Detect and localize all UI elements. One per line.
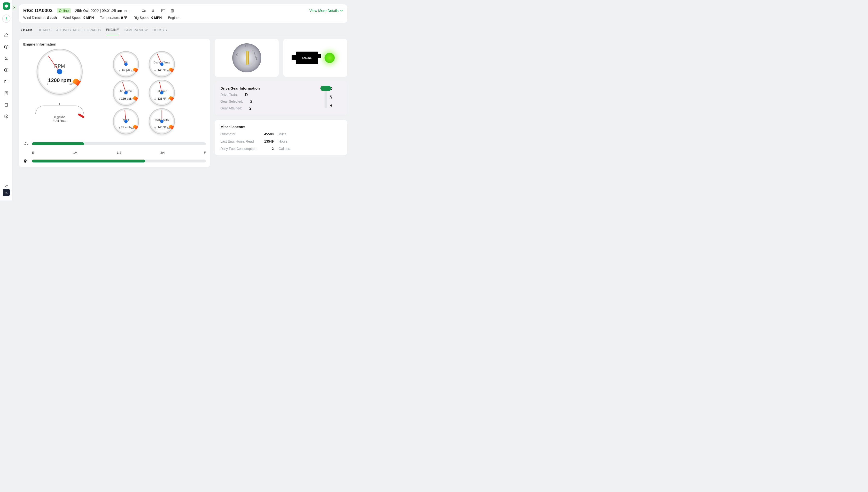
fuel-pump-icon: [23, 158, 29, 164]
engine-info-title: Engine Information: [23, 42, 206, 46]
cube-icon[interactable]: [4, 114, 8, 119]
svg-point-7: [5, 70, 7, 71]
home-icon[interactable]: [4, 33, 8, 37]
back-button[interactable]: ‹ BACK: [21, 28, 33, 35]
gauge-fuel-rate: 5 0 gal/hr Fuel Rate: [35, 102, 84, 123]
sidebar-expand-button[interactable]: [12, 5, 16, 10]
gauge-rpm: RPM 1200 rpm 0 3000: [37, 49, 82, 95]
gear-card: Drive/Gear Information Drive Train:D Gea…: [215, 81, 347, 116]
gear-shifter[interactable]: D N R: [324, 86, 341, 108]
engine-status-light: [324, 53, 335, 63]
engine-status-card: ENGINE: [283, 39, 347, 77]
timestamp: 25th Oct, 2022 | 09:01:25 am: [75, 8, 122, 13]
avatar[interactable]: [2, 15, 10, 23]
svg-point-4: [6, 47, 6, 48]
gauge-trans-temp: Trans. Temp 145 °F 0 350: [149, 108, 175, 134]
gauge-coolant-temp: Coolant Temp 145 °F 0 250: [149, 51, 175, 77]
tab-activity[interactable]: ACTIVITY TABLE + GRAPHS: [56, 28, 101, 35]
svg-rect-15: [142, 10, 145, 11]
svg-rect-17: [162, 9, 165, 12]
person-icon[interactable]: [151, 9, 156, 13]
camera-icon[interactable]: [142, 9, 146, 13]
header-card: RIG: DA0003 Online 25th Oct, 2022 | 09:0…: [19, 4, 347, 23]
gauge-air-system: Air System 120 psi 0 150: [113, 80, 139, 106]
view-more-link[interactable]: View More Details: [309, 8, 343, 13]
gauge-oil-temp: Oil Temp 136 °F 0 100: [149, 80, 175, 106]
sidebar-footer: by m.: [3, 184, 10, 196]
svg-marker-0: [5, 4, 8, 7]
ignition-card: OFF ON IGNITION: [215, 39, 279, 77]
clipboard-icon[interactable]: [4, 103, 8, 107]
gear-card-title: Drive/Gear Information: [220, 86, 260, 90]
list-icon[interactable]: [4, 91, 8, 95]
misc-row: Odometer45500Miles: [220, 132, 341, 136]
main: RIG: DA0003 Online 25th Oct, 2022 | 09:0…: [13, 0, 354, 200]
svg-point-1: [5, 18, 7, 19]
tab-camera[interactable]: CAMERA VIEW: [124, 28, 148, 35]
misc-row: Daily Fuel Consumption2Gallons: [220, 147, 341, 151]
water-icon: [23, 141, 29, 147]
id-card-icon[interactable]: [161, 9, 165, 13]
chevron-down-icon: [340, 10, 343, 11]
sidebar: by m.: [0, 0, 13, 200]
user-icon[interactable]: [4, 56, 8, 60]
engine-block-icon: ENGINE: [296, 52, 318, 64]
timezone: AST: [124, 9, 130, 13]
chart-icon[interactable]: [171, 9, 175, 13]
rig-title: RIG: DA0003: [23, 8, 52, 13]
svg-rect-24: [25, 160, 26, 161]
tab-engine[interactable]: ENGINE: [106, 28, 119, 35]
ignition-dial[interactable]: OFF ON IGNITION: [232, 43, 261, 72]
tabs: ‹ BACK DETAILS ACTIVITY TABLE + GRAPHS E…: [21, 28, 345, 35]
gauge-mph: MPH 45 mph 0 100: [113, 108, 139, 134]
logo-icon: [3, 2, 10, 10]
water-level-slider: [23, 141, 206, 147]
svg-point-5: [5, 57, 7, 58]
misc-row: Last Eng. Hours Read13549Hours: [220, 140, 341, 143]
vendor-badge: m.: [3, 189, 10, 196]
svg-marker-6: [4, 68, 8, 72]
alert-icon[interactable]: [4, 45, 8, 49]
misc-card: Miscellaneous Odometer45500MilesLast Eng…: [215, 120, 347, 155]
svg-point-18: [162, 10, 163, 11]
tab-docsys[interactable]: DOCSYS: [152, 28, 167, 35]
svg-point-16: [152, 9, 154, 11]
engine-info-card: Engine Information RPM 1200 rpm 0 3000: [19, 39, 210, 167]
gauge-oil: Oil 45 psi 0 100: [113, 51, 139, 77]
folder-icon[interactable]: [4, 79, 8, 84]
status-badge: Online: [57, 8, 71, 13]
fuel-level-slider: [23, 158, 206, 164]
gear-icon[interactable]: [4, 68, 8, 72]
tab-details[interactable]: DETAILS: [38, 28, 51, 35]
misc-title: Miscellaneous: [220, 125, 341, 129]
